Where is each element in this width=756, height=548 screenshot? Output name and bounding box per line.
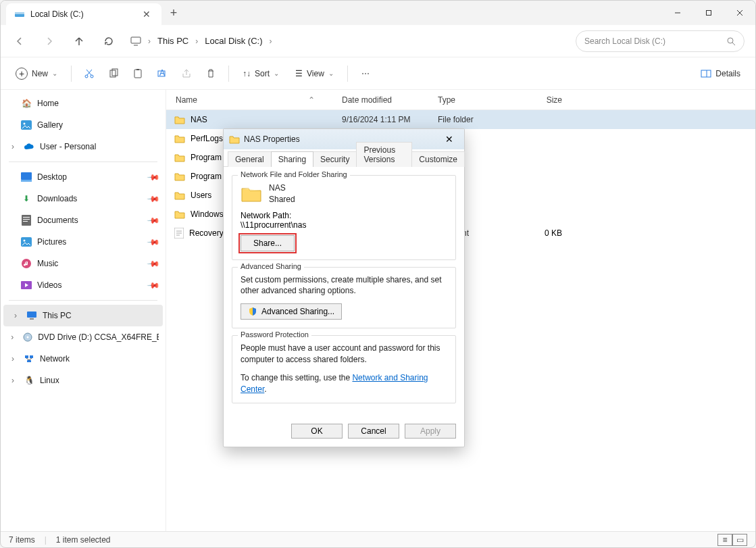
col-size[interactable]: Size: [519, 95, 573, 105]
dialog-close-button[interactable]: ✕: [440, 132, 459, 147]
sidebar-network[interactable]: ›Network: [1, 348, 166, 370]
breadcrumb[interactable]: › This PC › Local Disk (C:) ›: [125, 30, 573, 53]
sidebar-thispc[interactable]: ›This PC: [3, 305, 163, 326]
sidebar-dvd[interactable]: ›DVD Drive (D:) CCSA_X64FRE_EN-: [1, 326, 166, 348]
breadcrumb-thispc[interactable]: This PC: [157, 36, 188, 46]
svg-point-10: [85, 75, 88, 78]
col-modified[interactable]: Date modified: [342, 95, 438, 105]
documents-icon: [21, 215, 32, 226]
forward-button[interactable]: [36, 28, 63, 55]
advanced-sharing-text: Set custom permissions, create multiple …: [241, 274, 447, 297]
cancel-button[interactable]: Cancel: [348, 424, 399, 439]
nav-row: › This PC › Local Disk (C:) › Search Loc…: [1, 25, 755, 57]
back-button[interactable]: [6, 28, 33, 55]
dialog-tab-sharing[interactable]: Sharing: [271, 151, 313, 167]
view-button[interactable]: ☰View⌄: [288, 63, 341, 84]
chevron-down-icon: ⌄: [274, 70, 279, 77]
sort-button[interactable]: ↑↓Sort⌄: [236, 63, 286, 84]
advanced-sharing-button[interactable]: Advanced Sharing...: [241, 303, 342, 320]
folder-icon: [174, 191, 185, 200]
svg-rect-16: [134, 70, 141, 78]
toolbar: +New⌄ A ↑↓Sort⌄ ☰View⌄ ⋯ Details: [1, 57, 755, 90]
tab-close-icon[interactable]: ✕: [140, 9, 153, 20]
file-name: Users: [191, 191, 211, 200]
paste-icon[interactable]: [127, 68, 149, 79]
close-button[interactable]: [724, 1, 755, 25]
delete-icon[interactable]: [200, 68, 222, 79]
pin-icon: 📌: [147, 170, 161, 184]
new-tab-button[interactable]: +: [161, 1, 186, 25]
desktop-icon: [21, 172, 32, 182]
svg-rect-24: [21, 172, 32, 180]
pin-icon: 📌: [147, 278, 161, 293]
apply-button[interactable]: Apply: [405, 424, 456, 439]
pin-icon: 📌: [147, 214, 161, 228]
svg-rect-28: [23, 219, 30, 220]
col-type[interactable]: Type: [438, 95, 519, 105]
up-button[interactable]: [66, 28, 93, 55]
more-icon[interactable]: ⋯: [355, 69, 376, 78]
view-icon: ☰: [295, 69, 303, 78]
copy-icon[interactable]: [103, 68, 124, 79]
chevron-down-icon: ⌄: [52, 70, 57, 77]
file-name: Recovery: [189, 228, 224, 238]
chevron-right-icon: ›: [7, 376, 18, 385]
tab-local-disk[interactable]: Local Disk (C:) ✕: [6, 3, 161, 25]
folder-icon: [174, 134, 185, 143]
sidebar-music[interactable]: Music📌: [1, 253, 166, 274]
column-headers[interactable]: Name⌃ Date modified Type Size: [166, 90, 755, 110]
sidebar-desktop[interactable]: Desktop📌: [1, 166, 166, 188]
sidebar-downloads[interactable]: ⬇Downloads📌: [1, 188, 166, 209]
maximize-button[interactable]: [693, 1, 724, 25]
group-network-sharing: Network File and Folder Sharing NAS Shar…: [232, 175, 456, 260]
file-row[interactable]: NAS9/16/2024 1:11 PMFile folder: [166, 110, 755, 129]
share-button[interactable]: Share...: [241, 235, 295, 251]
rename-icon[interactable]: A: [151, 68, 173, 79]
svg-rect-20: [701, 70, 711, 77]
svg-line-42: [29, 358, 32, 360]
col-name[interactable]: Name: [176, 95, 197, 105]
sort-icon: ↑↓: [243, 69, 251, 78]
svg-rect-3: [707, 11, 711, 16]
group-title: Password Protection: [238, 330, 311, 339]
sidebar-linux[interactable]: ›🐧Linux: [1, 370, 166, 391]
sidebar-videos[interactable]: Videos📌: [1, 274, 166, 296]
dialog-tab-customize[interactable]: Customize: [411, 151, 465, 167]
file-size: 0 KB: [519, 228, 573, 238]
ok-button[interactable]: OK: [291, 424, 343, 439]
disc-icon: [23, 332, 33, 343]
minimize-button[interactable]: [662, 1, 693, 25]
new-button[interactable]: +New⌄: [9, 63, 64, 84]
dialog-tab-previous-versions[interactable]: Previous Versions: [356, 142, 412, 167]
item-count: 7 items: [9, 535, 35, 545]
breadcrumb-drive[interactable]: Local Disk (C:): [205, 36, 262, 46]
sidebar-pictures[interactable]: Pictures📌: [1, 231, 166, 253]
password-text-2: To change this setting, use the: [241, 373, 352, 382]
search-input[interactable]: Search Local Disk (C:): [576, 30, 745, 52]
share-icon-toolbar[interactable]: [176, 68, 197, 79]
chevron-right-icon: ›: [7, 332, 18, 342]
sidebar-documents[interactable]: Documents📌: [1, 209, 166, 231]
chevron-down-icon: ⌄: [328, 70, 334, 77]
view-list-icon[interactable]: ≡: [717, 534, 732, 546]
sidebar-gallery[interactable]: Gallery: [1, 114, 166, 136]
sidebar-home[interactable]: 🏠Home: [1, 93, 166, 114]
network-path-label: Network Path:: [241, 211, 447, 220]
view-grid-icon[interactable]: ▭: [732, 534, 747, 546]
details-button[interactable]: Details: [694, 63, 747, 84]
sidebar-user[interactable]: ›User - Personal: [1, 136, 166, 157]
gallery-icon: [21, 120, 32, 130]
onedrive-icon: [24, 141, 34, 152]
dialog-titlebar[interactable]: NAS Properties ✕: [224, 129, 464, 149]
cut-icon[interactable]: [78, 68, 100, 79]
dialog-tab-security[interactable]: Security: [313, 151, 357, 167]
videos-icon: [21, 280, 32, 291]
properties-dialog: NAS Properties ✕ GeneralSharingSecurityP…: [223, 128, 465, 447]
file-name: PerfLogs: [191, 134, 223, 143]
music-icon: [21, 258, 32, 269]
refresh-button[interactable]: [95, 28, 122, 55]
svg-line-9: [732, 43, 735, 45]
folder-icon: [174, 153, 185, 162]
dialog-tab-general[interactable]: General: [228, 151, 272, 167]
details-icon: [701, 70, 711, 78]
